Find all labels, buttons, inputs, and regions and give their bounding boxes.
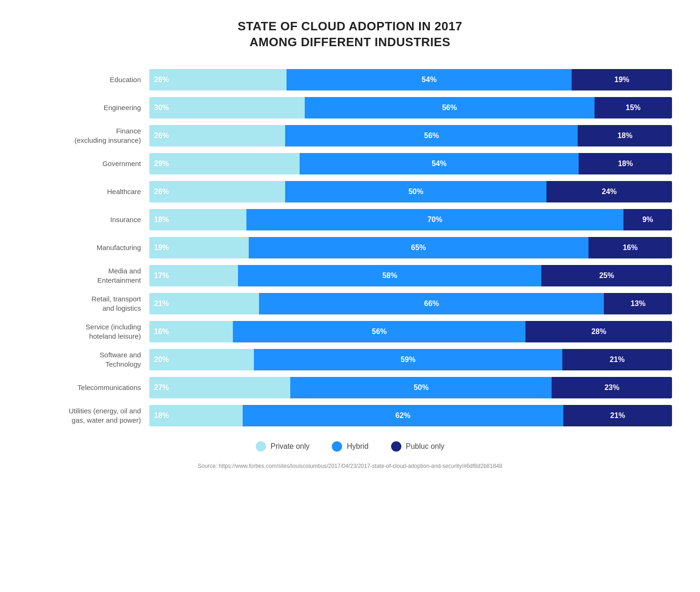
legend-private-label: Private only — [271, 442, 310, 451]
legend-private: Private only — [256, 441, 310, 452]
chart-row: Media andEntertainment17%58%25% — [28, 265, 672, 286]
bar-segment-hybrid: 59% — [254, 349, 562, 370]
bar-segment-hybrid: 56% — [233, 321, 525, 342]
row-label: Telecommunications — [28, 383, 149, 392]
chart-legend: Private only Hybrid Publuc only — [256, 441, 445, 452]
row-label: Retail, transportand logistics — [28, 294, 149, 313]
bar-segment-private: 26% — [149, 69, 287, 91]
bar-segment-public: 16% — [588, 237, 672, 258]
chart-row: Service (includinghoteland leisure)16%56… — [28, 321, 672, 342]
row-label: Healthcare — [28, 187, 149, 196]
bar-segment-private: 29% — [149, 153, 300, 174]
bar-segment-public: 28% — [525, 321, 672, 342]
chart-row: Manufacturing19%65%16% — [28, 237, 672, 258]
bar-segment-hybrid: 50% — [290, 377, 552, 398]
chart-row: Engineering30%56%15% — [28, 97, 672, 118]
bar-segment-public: 19% — [572, 69, 672, 91]
legend-hybrid: Hybrid — [332, 441, 368, 452]
chart-row: Retail, transportand logistics21%66%13% — [28, 293, 672, 314]
bar-wrapper: 30%56%15% — [149, 97, 672, 118]
chart-title: STATE OF CLOUD ADOPTION IN 2017 AMONG DI… — [238, 19, 462, 50]
public-dot-icon — [391, 441, 401, 452]
chart-row: Healthcare26%50%24% — [28, 181, 672, 202]
bar-segment-private: 17% — [149, 265, 238, 286]
row-label: Utilities (energy, oil andgas, water and… — [28, 406, 149, 425]
bar-wrapper: 19%65%16% — [149, 237, 672, 258]
chart-row: Software andTechnology20%59%21% — [28, 349, 672, 370]
bar-segment-private: 30% — [149, 97, 305, 118]
row-label: Insurance — [28, 215, 149, 224]
bar-segment-private: 19% — [149, 237, 249, 258]
hybrid-dot-icon — [332, 441, 342, 452]
row-label: Software andTechnology — [28, 350, 149, 369]
bar-segment-hybrid: 50% — [285, 181, 546, 202]
bar-wrapper: 18%62%21% — [149, 405, 672, 426]
bar-segment-hybrid: 70% — [246, 209, 623, 230]
bar-wrapper: 17%58%25% — [149, 265, 672, 286]
bar-segment-public: 24% — [546, 181, 672, 202]
bar-segment-hybrid: 54% — [300, 153, 579, 174]
legend-public-label: Publuc only — [406, 442, 445, 451]
bar-wrapper: 26%54%19% — [149, 69, 672, 91]
bar-segment-public: 18% — [578, 125, 672, 146]
chart-row: Telecommunications27%50%23% — [28, 377, 672, 398]
bar-segment-public: 25% — [541, 265, 672, 286]
chart-row: Government29%54%18% — [28, 153, 672, 174]
bar-wrapper: 20%59%21% — [149, 349, 672, 370]
bar-wrapper: 21%66%13% — [149, 293, 672, 314]
bar-wrapper: 18%70%9% — [149, 209, 672, 230]
row-label: Education — [28, 75, 149, 84]
row-label: Finance(excluding insurance) — [28, 126, 149, 145]
chart-row: Education26%54%19% — [28, 69, 672, 91]
source-text: Source: https://www.forbes.com/sites/lou… — [198, 463, 502, 469]
private-dot-icon — [256, 441, 266, 452]
chart-row: Finance(excluding insurance)26%56%18% — [28, 125, 672, 146]
legend-hybrid-label: Hybrid — [347, 442, 368, 451]
bar-segment-hybrid: 56% — [305, 97, 595, 118]
bar-segment-private: 26% — [149, 125, 285, 146]
bar-segment-private: 21% — [149, 293, 259, 314]
row-label: Engineering — [28, 103, 149, 112]
bar-segment-hybrid: 62% — [243, 405, 564, 426]
bar-segment-private: 16% — [149, 321, 233, 342]
row-label: Service (includinghoteland leisure) — [28, 322, 149, 341]
legend-public: Publuc only — [391, 441, 445, 452]
row-label: Manufacturing — [28, 243, 149, 252]
bar-segment-public: 23% — [552, 377, 672, 398]
row-label: Media andEntertainment — [28, 266, 149, 285]
bar-wrapper: 27%50%23% — [149, 377, 672, 398]
bar-segment-hybrid: 56% — [285, 125, 578, 146]
bar-segment-public: 9% — [623, 209, 672, 230]
bar-segment-public: 18% — [579, 153, 672, 174]
bar-wrapper: 26%50%24% — [149, 181, 672, 202]
bar-segment-private: 18% — [149, 209, 246, 230]
bar-segment-private: 18% — [149, 405, 243, 426]
bar-segment-public: 21% — [562, 349, 672, 370]
bar-segment-public: 15% — [595, 97, 672, 118]
bar-segment-hybrid: 66% — [259, 293, 604, 314]
chart-row: Insurance18%70%9% — [28, 209, 672, 230]
row-label: Government — [28, 159, 149, 168]
bar-segment-public: 21% — [563, 405, 672, 426]
bar-wrapper: 26%56%18% — [149, 125, 672, 146]
chart-container: Education26%54%19%Engineering30%56%15%Fi… — [28, 69, 672, 426]
bar-segment-hybrid: 65% — [249, 237, 588, 258]
bar-wrapper: 29%54%18% — [149, 153, 672, 174]
bar-wrapper: 16%56%28% — [149, 321, 672, 342]
bar-segment-private: 26% — [149, 181, 285, 202]
bar-segment-hybrid: 54% — [287, 69, 572, 91]
bar-segment-private: 20% — [149, 349, 254, 370]
bar-segment-private: 27% — [149, 377, 290, 398]
bar-segment-public: 13% — [604, 293, 672, 314]
bar-segment-hybrid: 58% — [238, 265, 541, 286]
chart-row: Utilities (energy, oil andgas, water and… — [28, 405, 672, 426]
